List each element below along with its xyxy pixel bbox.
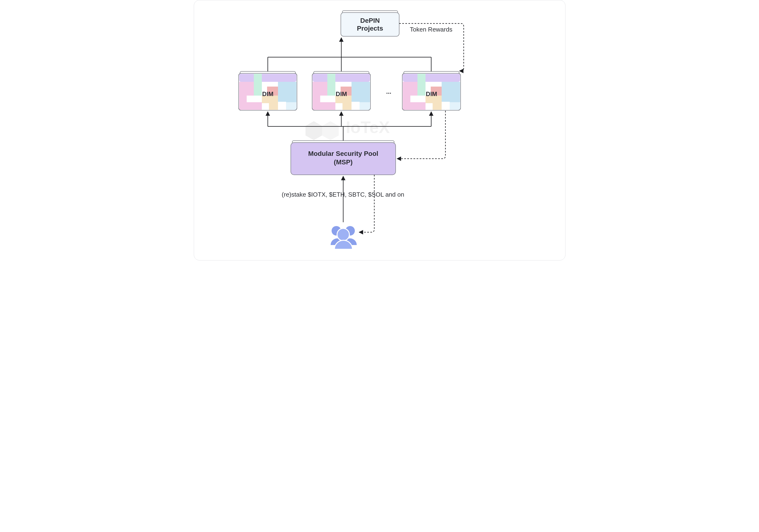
svg-marker-8 [322, 121, 339, 140]
depin-title-1: DePIN [360, 17, 380, 24]
diagram-svg: DIM IoTeX DePIN Projects ... Modular Sec… [194, 0, 566, 261]
svg-marker-7 [305, 121, 322, 140]
users-icon [331, 226, 357, 249]
dim-card-3 [402, 71, 460, 110]
msp-title-1: Modular Security Pool [308, 150, 378, 157]
watermark: IoTeX [305, 118, 390, 140]
svg-text:IoTeX: IoTeX [346, 118, 390, 137]
token-rewards-label: Token Rewards [410, 26, 452, 33]
diagram-canvas: DIM IoTeX DePIN Projects ... Modular Sec… [194, 0, 566, 261]
msp-title-2: (MSP) [334, 158, 352, 166]
dim-ellipsis: ... [386, 88, 391, 95]
dim-card-1 [239, 71, 297, 110]
stake-label: (re)stake $IOTX, $ETH, SBTC, $SOL and on [282, 191, 404, 198]
svg-point-16 [337, 228, 349, 241]
dim-card-2 [312, 71, 371, 110]
depin-title-2: Projects [357, 25, 383, 32]
msp-node: Modular Security Pool (MSP) [291, 141, 396, 175]
depin-node: DePIN Projects [341, 11, 399, 36]
svg-rect-11 [341, 13, 399, 36]
